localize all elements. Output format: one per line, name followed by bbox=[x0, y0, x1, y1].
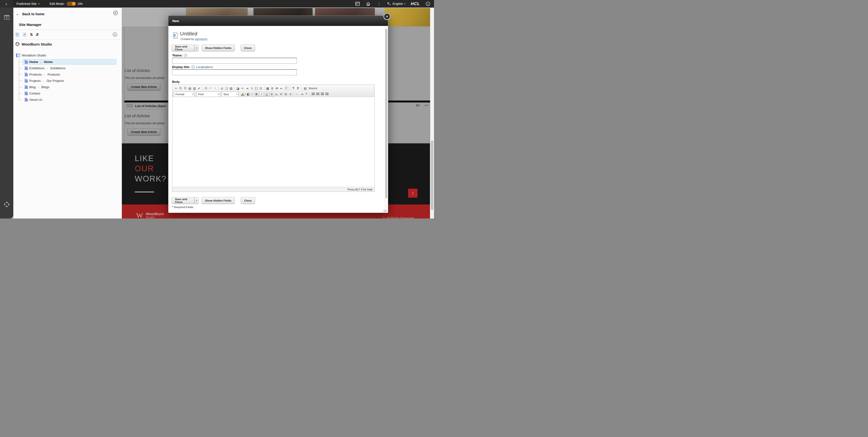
back-to-top-button[interactable]: ↑ bbox=[408, 189, 417, 198]
outdent-icon[interactable]: ⇤ bbox=[295, 92, 300, 96]
dialog-scrollbar-thumb[interactable] bbox=[385, 29, 387, 198]
paste-text-icon[interactable]: ▤ bbox=[188, 86, 192, 90]
paste-icon[interactable]: ⎗ bbox=[183, 86, 188, 90]
create-page-icon[interactable] bbox=[15, 32, 20, 37]
text-direction-rtl-icon[interactable]: ⁋ bbox=[296, 86, 300, 90]
source-button[interactable]: ▤Source bbox=[303, 86, 317, 90]
resize-grip[interactable] bbox=[383, 210, 387, 212]
background-color-icon[interactable]: ◧ bbox=[246, 92, 251, 96]
close-button[interactable]: Close bbox=[241, 44, 255, 51]
tree-item-home[interactable]: Home←Home bbox=[13, 59, 122, 65]
collapse-panel-icon[interactable] bbox=[113, 10, 118, 15]
create-new-article-button[interactable]: Create New Article bbox=[127, 84, 160, 90]
display-title-input[interactable] bbox=[172, 69, 297, 75]
undo-icon[interactable]: ↶ bbox=[208, 86, 213, 90]
portlet-window-icon[interactable]: ▭▾ bbox=[424, 104, 428, 107]
author-link[interactable]: wpsadmin bbox=[195, 37, 208, 41]
subscript-icon[interactable]: x₂ bbox=[274, 92, 279, 96]
image-icon[interactable]: ◪ bbox=[236, 86, 240, 90]
add-widget-icon[interactable] bbox=[4, 15, 9, 20]
align-right-icon[interactable] bbox=[320, 92, 325, 96]
background-color-dropdown-icon[interactable]: ▾ bbox=[251, 93, 252, 95]
save-and-close-button-bottom[interactable]: Save and Close bbox=[172, 197, 194, 204]
blockquote-icon[interactable]: ❝ bbox=[304, 92, 309, 96]
tree-root-item[interactable]: Woodburn Studio bbox=[13, 52, 122, 58]
portlet-drag-handle[interactable] bbox=[126, 104, 133, 108]
page-break-icon[interactable]: ↴ bbox=[249, 86, 254, 90]
numbered-list-icon[interactable]: ≣ bbox=[283, 92, 288, 96]
close-icon[interactable]: ✕ bbox=[383, 13, 391, 20]
editor-content-area[interactable] bbox=[172, 97, 374, 186]
bulleted-list-icon[interactable]: ≡ bbox=[288, 92, 293, 96]
save-options-dropdown-bottom[interactable]: ▾ bbox=[194, 197, 198, 204]
font-combo[interactable]: Font▾ bbox=[196, 92, 220, 97]
edit-mode-toggle[interactable] bbox=[67, 2, 76, 6]
language-dropdown[interactable]: A English ▾ bbox=[387, 2, 405, 6]
format-combo[interactable]: Format▾ bbox=[174, 92, 194, 97]
kebab-menu-icon[interactable]: ⋮ bbox=[376, 1, 382, 6]
site-menu-icon[interactable] bbox=[355, 1, 360, 6]
page-scrollbar-thumb[interactable] bbox=[431, 141, 433, 210]
italic-icon[interactable]: I bbox=[259, 92, 264, 96]
portlet-menu-icon[interactable]: ▤▾ bbox=[416, 104, 420, 107]
strikethrough-icon[interactable]: S bbox=[270, 92, 274, 96]
tree-item-projects[interactable]: Projects←Our Projects bbox=[13, 77, 122, 84]
display-title-field-label: Display title: ? Localizations bbox=[172, 65, 213, 69]
tree-item-blog[interactable]: Blog←Blogs bbox=[13, 84, 122, 90]
published-site-dropdown[interactable]: Published Site ▾ bbox=[17, 2, 39, 6]
align-left-icon[interactable] bbox=[311, 92, 315, 96]
help-lifebuoy-icon[interactable] bbox=[4, 201, 10, 208]
home-icon[interactable] bbox=[366, 1, 371, 6]
copy-icon[interactable]: ⎘ bbox=[178, 86, 183, 90]
tree-item-exhibitions[interactable]: Exhibitions←Exhibitions bbox=[13, 65, 122, 71]
create-new-article-button-2[interactable]: Create New Article bbox=[127, 129, 160, 135]
tree-item-contact[interactable]: Contact bbox=[13, 90, 122, 96]
size-combo[interactable]: Size▾ bbox=[222, 92, 239, 97]
tree-item-products[interactable]: Products←Products bbox=[13, 71, 122, 77]
paragraph-marker-icon[interactable]: P bbox=[284, 86, 288, 90]
link-icon[interactable]: ∞ bbox=[240, 86, 245, 90]
break-clear-icon[interactable]: ⇤ bbox=[279, 86, 284, 90]
show-hidden-fields-button-bottom[interactable]: Show Hidden Fields bbox=[202, 197, 235, 204]
cut-icon[interactable]: ✂ bbox=[174, 86, 178, 90]
text-direction-ltr-icon[interactable]: ¶ bbox=[291, 86, 296, 90]
dialog-header[interactable]: New bbox=[168, 16, 388, 26]
replace-icon[interactable]: ▧ bbox=[229, 86, 234, 90]
name-input[interactable] bbox=[172, 58, 297, 64]
align-justify-icon[interactable] bbox=[325, 92, 329, 96]
bold-icon[interactable]: B bbox=[254, 92, 259, 96]
indent-icon[interactable]: ⇥ bbox=[300, 92, 304, 96]
tree-item-about-us[interactable]: About Us bbox=[13, 96, 122, 103]
print-icon[interactable]: ⎙ bbox=[204, 86, 208, 90]
horizontal-rule-icon[interactable]: ≣ bbox=[270, 86, 275, 90]
superscript-icon[interactable]: x² bbox=[279, 92, 283, 96]
help-icon[interactable]: ? bbox=[191, 65, 195, 69]
collapse-tree-icon[interactable]: ⇵ bbox=[36, 32, 39, 37]
placeholder-icon[interactable]: [ ] bbox=[254, 86, 258, 90]
back-to-home-button[interactable]: ← Back to home bbox=[16, 12, 44, 17]
info-icon[interactable]: i bbox=[425, 1, 431, 6]
localizations-link[interactable]: Localizations bbox=[196, 65, 213, 69]
text-color-icon[interactable]: A bbox=[240, 92, 245, 96]
redo-icon[interactable]: ↷ bbox=[213, 86, 217, 90]
table-icon[interactable]: ▦ bbox=[265, 86, 270, 90]
align-center-icon[interactable] bbox=[315, 92, 320, 96]
anchor-icon[interactable]: ⇥ bbox=[245, 86, 249, 90]
back-chevron-icon[interactable]: ‹ bbox=[0, 0, 12, 7]
save-and-close-button[interactable]: Save and Close bbox=[172, 44, 194, 51]
paste-from-word-icon[interactable]: ▥ bbox=[192, 86, 197, 90]
spell-check-icon[interactable]: ✔ bbox=[197, 86, 202, 90]
insert-asset-icon[interactable]: ⊡ bbox=[258, 86, 263, 90]
show-hidden-fields-button[interactable]: Show Hidden Fields bbox=[202, 44, 235, 51]
display-options-icon[interactable] bbox=[112, 32, 118, 37]
find-icon[interactable]: ◎ bbox=[220, 86, 224, 90]
save-options-dropdown[interactable]: ▾ bbox=[194, 44, 198, 51]
select-all-icon[interactable]: ❏ bbox=[224, 86, 229, 90]
edit-page-icon[interactable] bbox=[23, 32, 27, 37]
expand-tree-icon[interactable]: ⇅ bbox=[30, 32, 33, 37]
underline-icon[interactable]: U bbox=[265, 92, 269, 96]
special-character-icon[interactable]: æ bbox=[275, 86, 279, 90]
help-icon[interactable]: ? bbox=[184, 54, 187, 57]
text-color-dropdown-icon[interactable]: ▾ bbox=[245, 93, 246, 95]
close-button-bottom[interactable]: Close bbox=[241, 197, 255, 204]
